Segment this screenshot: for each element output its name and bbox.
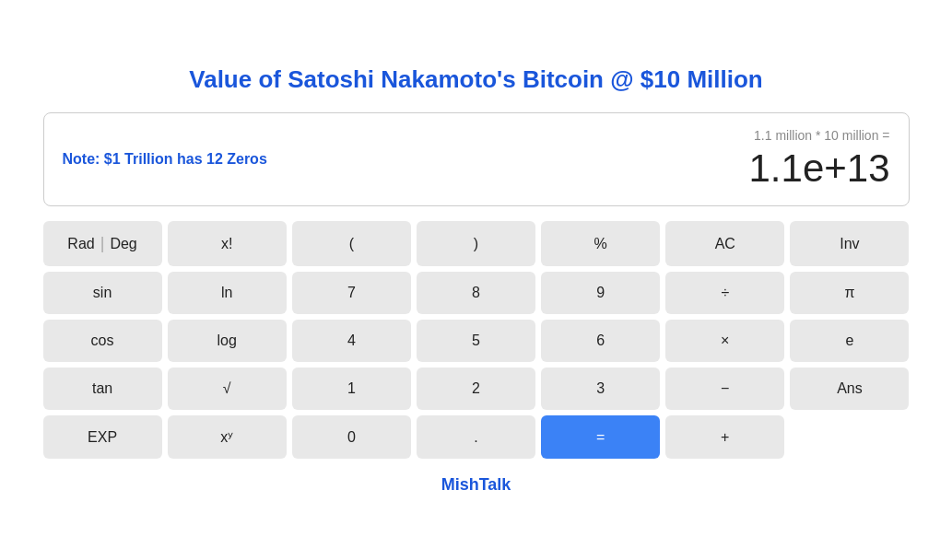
divide-button[interactable]: ÷ (665, 272, 784, 314)
close-paren-button[interactable]: ) (417, 221, 535, 266)
five-button[interactable]: 5 (417, 320, 535, 362)
pi-button[interactable]: π (790, 272, 909, 314)
sqrt-button[interactable]: √ (168, 368, 287, 410)
add-button[interactable]: + (665, 415, 784, 459)
deg-label: Deg (110, 236, 136, 252)
cos-button[interactable]: cos (43, 320, 162, 362)
ans-button[interactable]: Ans (790, 368, 909, 410)
sin-button[interactable]: sin (43, 272, 162, 314)
four-button[interactable]: 4 (292, 320, 411, 362)
page-title: Value of Satoshi Nakamoto's Bitcoin @ $1… (43, 65, 910, 94)
tan-button[interactable]: tan (43, 368, 162, 410)
rad-deg-button[interactable]: Rad|Deg (43, 221, 162, 266)
separator: | (100, 234, 105, 253)
display-result-area: 1.1 million * 10 million = 1.1e+13 (749, 128, 890, 191)
subtract-button[interactable]: − (665, 368, 784, 410)
power-button[interactable]: xʸ (168, 415, 287, 459)
log-button[interactable]: log (168, 320, 287, 362)
display-value: 1.1e+13 (749, 146, 890, 191)
three-button[interactable]: 3 (541, 368, 660, 410)
exp-button[interactable]: EXP (43, 415, 162, 459)
nine-button[interactable]: 9 (541, 272, 660, 314)
one-button[interactable]: 1 (292, 368, 411, 410)
percent-button[interactable]: % (541, 221, 660, 266)
display-box: Note: $1 Trillion has 12 Zeros 1.1 milli… (43, 112, 910, 206)
equals-button[interactable]: = (541, 415, 660, 459)
seven-button[interactable]: 7 (292, 272, 411, 314)
euler-button[interactable]: e (790, 320, 909, 362)
inv-button[interactable]: Inv (790, 221, 909, 266)
display-note: Note: $1 Trillion has 12 Zeros (63, 151, 267, 168)
eight-button[interactable]: 8 (417, 272, 535, 314)
multiply-button[interactable]: × (665, 320, 784, 362)
display-equation: 1.1 million * 10 million = (749, 128, 890, 143)
factorial-button[interactable]: x! (168, 221, 287, 266)
footer-label: MishTalk (43, 475, 910, 495)
decimal-button[interactable]: . (417, 415, 535, 459)
main-container: Value of Satoshi Nakamoto's Bitcoin @ $1… (25, 47, 928, 513)
ac-button[interactable]: AC (665, 221, 784, 266)
rad-label: Rad (67, 236, 94, 252)
zero-button[interactable]: 0 (292, 415, 411, 459)
two-button[interactable]: 2 (417, 368, 535, 410)
open-paren-button[interactable]: ( (292, 221, 411, 266)
ln-button[interactable]: ln (168, 272, 287, 314)
six-button[interactable]: 6 (541, 320, 660, 362)
calculator-grid: Rad|Degx!()%ACInvsinln789÷πcoslog456×eta… (43, 221, 910, 459)
